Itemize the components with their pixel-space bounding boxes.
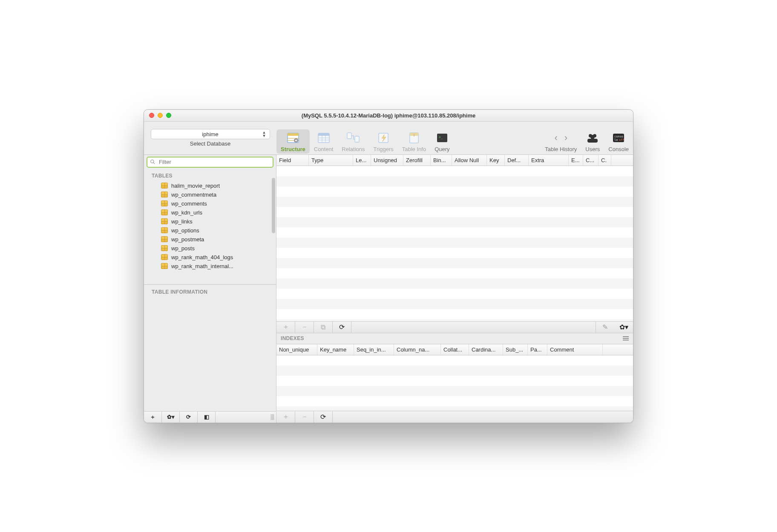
structure-icon bbox=[286, 131, 300, 145]
table-row[interactable]: wp_posts bbox=[144, 244, 276, 253]
history-forward-icon[interactable]: › bbox=[562, 132, 570, 143]
tab-label: Query bbox=[435, 146, 449, 152]
column-header[interactable]: C... bbox=[583, 155, 599, 166]
tab-structure[interactable]: Structure bbox=[276, 129, 310, 154]
table-actions-button[interactable]: ✿▾ bbox=[162, 412, 180, 423]
svg-text:off: off bbox=[619, 138, 624, 142]
table-row[interactable]: wp_comments bbox=[144, 199, 276, 208]
close-window-button[interactable] bbox=[149, 113, 154, 118]
tab-tableinfo[interactable]: i Table Info bbox=[398, 129, 430, 154]
table-icon bbox=[161, 200, 168, 206]
scrollbar-thumb[interactable] bbox=[272, 178, 275, 233]
resize-handle[interactable] bbox=[268, 412, 276, 423]
table-name: wp_rank_math_internal... bbox=[171, 263, 233, 269]
column-header[interactable]: E... bbox=[569, 155, 583, 166]
query-icon: >_ bbox=[435, 131, 449, 145]
tab-content[interactable]: Content bbox=[310, 129, 338, 154]
users-label: Users bbox=[585, 146, 600, 152]
filter-input[interactable] bbox=[158, 158, 270, 166]
database-chooser: iphime ▲▼ Select Database bbox=[144, 122, 276, 154]
table-row[interactable]: wp_postmeta bbox=[144, 235, 276, 244]
database-select[interactable]: iphime ▲▼ bbox=[151, 129, 270, 139]
history-back-icon[interactable]: ‹ bbox=[552, 132, 560, 143]
svg-text:i: i bbox=[414, 133, 415, 137]
minimize-window-button[interactable] bbox=[158, 113, 163, 118]
column-header[interactable]: Sub_... bbox=[503, 344, 528, 355]
tab-label: Structure bbox=[281, 146, 305, 152]
table-row[interactable]: wp_options bbox=[144, 226, 276, 235]
app-window: (MySQL 5.5.5-10.4.12-MariaDB-log) iphime… bbox=[144, 109, 633, 423]
sidebar-scroll[interactable]: TABLES halim_movie_reportwp_commentmetaw… bbox=[144, 169, 276, 283]
table-name: wp_options bbox=[171, 227, 199, 234]
field-actions-button[interactable]: ✿▾ bbox=[614, 322, 633, 333]
main-panel: FieldTypeLe...UnsignedZerofillBin...Allo… bbox=[276, 155, 633, 423]
column-header[interactable]: Unsigned bbox=[371, 155, 403, 166]
toolbar-users[interactable]: Users bbox=[581, 129, 604, 154]
edit-field-button[interactable]: ✎ bbox=[596, 322, 614, 333]
column-header[interactable]: Zerofill bbox=[403, 155, 431, 166]
column-header[interactable]: Type bbox=[309, 155, 353, 166]
remove-field-button[interactable]: － bbox=[295, 322, 314, 333]
fields-header: FieldTypeLe...UnsignedZerofillBin...Allo… bbox=[276, 155, 633, 166]
column-header[interactable]: C. bbox=[599, 155, 611, 166]
indexes-header-row: Non_uniqueKey_nameSeq_in_in...Column_na.… bbox=[276, 344, 633, 355]
table-name: wp_links bbox=[171, 218, 193, 225]
table-row[interactable]: wp_rank_math_internal... bbox=[144, 262, 276, 271]
table-icon bbox=[161, 218, 168, 224]
table-info-header: TABLE INFORMATION bbox=[144, 284, 276, 297]
sidebar: TABLES halim_movie_reportwp_commentmetaw… bbox=[144, 155, 276, 423]
column-header[interactable]: Extra bbox=[529, 155, 569, 166]
column-header[interactable]: Collat... bbox=[441, 344, 469, 355]
tab-relations[interactable]: Relations bbox=[337, 129, 369, 154]
column-header[interactable]: Non_unique bbox=[276, 344, 317, 355]
table-row[interactable]: wp_commentmeta bbox=[144, 190, 276, 199]
search-icon bbox=[150, 159, 155, 165]
svg-point-21 bbox=[590, 135, 595, 139]
tab-query[interactable]: >_ Query bbox=[430, 129, 454, 154]
column-header[interactable]: Bin... bbox=[431, 155, 452, 166]
toggle-info-button[interactable]: ◧ bbox=[198, 412, 216, 423]
column-header[interactable]: Comment bbox=[547, 344, 603, 355]
zoom-window-button[interactable] bbox=[166, 113, 171, 118]
svg-text:conso: conso bbox=[614, 135, 623, 138]
column-header[interactable]: Column_na... bbox=[394, 344, 441, 355]
indexes-toolbar: ＋ － ⟳ bbox=[276, 411, 633, 423]
table-history[interactable]: ‹ › Table History bbox=[541, 129, 581, 154]
column-header[interactable]: Field bbox=[276, 155, 309, 166]
indexes-menu-icon[interactable] bbox=[623, 336, 629, 340]
table-icon bbox=[161, 236, 168, 242]
reload-fields-button[interactable]: ⟳ bbox=[333, 322, 351, 333]
tab-label: Relations bbox=[342, 146, 365, 152]
tab-label: Content bbox=[314, 146, 334, 152]
table-row[interactable]: halim_movie_report bbox=[144, 181, 276, 190]
tab-triggers[interactable]: Triggers bbox=[369, 129, 398, 154]
tableinfo-icon: i bbox=[407, 131, 421, 145]
column-header[interactable]: Key bbox=[487, 155, 505, 166]
column-header[interactable]: Pa... bbox=[528, 344, 547, 355]
column-header[interactable]: Seq_in_in... bbox=[354, 344, 394, 355]
indexes-grid[interactable] bbox=[276, 355, 633, 411]
column-header[interactable]: Le... bbox=[353, 155, 371, 166]
add-table-button[interactable]: ＋ bbox=[144, 412, 162, 423]
fields-grid[interactable] bbox=[276, 166, 633, 321]
toolbar-console[interactable]: consoleoff Console bbox=[604, 129, 633, 154]
filter-box bbox=[147, 157, 273, 168]
indexes-section-header: INDEXES bbox=[276, 333, 633, 344]
table-row[interactable]: wp_kdn_urls bbox=[144, 208, 276, 217]
column-header[interactable]: Cardina... bbox=[469, 344, 503, 355]
table-row[interactable]: wp_rank_math_404_logs bbox=[144, 253, 276, 262]
remove-index-button[interactable]: － bbox=[295, 411, 314, 423]
updown-icon: ▲▼ bbox=[262, 131, 266, 137]
add-field-button[interactable]: ＋ bbox=[276, 322, 295, 333]
column-header[interactable]: Def... bbox=[505, 155, 529, 166]
table-icon bbox=[161, 254, 168, 260]
table-row[interactable]: wp_links bbox=[144, 217, 276, 226]
column-header[interactable]: Allow Null bbox=[452, 155, 487, 166]
database-selected: iphime bbox=[202, 131, 218, 137]
window-controls bbox=[149, 113, 171, 118]
add-index-button[interactable]: ＋ bbox=[276, 411, 295, 423]
reload-indexes-button[interactable]: ⟳ bbox=[314, 411, 333, 423]
refresh-tables-button[interactable]: ⟳ bbox=[180, 412, 198, 423]
duplicate-field-button[interactable]: ⧉ bbox=[314, 322, 333, 333]
column-header[interactable]: Key_name bbox=[317, 344, 354, 355]
